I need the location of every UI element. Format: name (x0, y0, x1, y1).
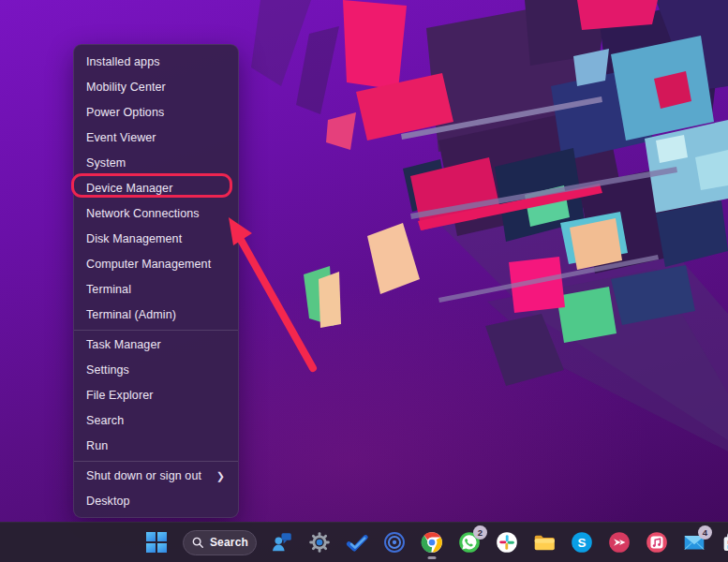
chevron-right-icon: ❯ (216, 470, 225, 482)
menu-item-system[interactable]: System (74, 151, 238, 176)
menu-item-label: System (86, 157, 126, 170)
menu-item-device-manager[interactable]: Device Manager (74, 176, 238, 201)
menu-item-label: Terminal (86, 284, 131, 296)
chrome-icon (420, 530, 444, 555)
taskbar-app-whatsapp[interactable]: 2 (456, 525, 482, 560)
running-indicator (427, 556, 436, 559)
search-label: Search (210, 536, 248, 549)
taskbar-app-feather[interactable] (606, 525, 631, 560)
menu-item-file-explorer[interactable]: File Explorer (74, 383, 238, 408)
menu-item-shut-down-or-sign-out[interactable]: Shut down or sign out ❯ (74, 464, 238, 489)
taskbar-app-mail[interactable]: 4 (681, 525, 706, 560)
menu-item-label: Settings (86, 364, 129, 377)
menu-item-installed-apps[interactable]: Installed apps (74, 50, 238, 75)
menu-item-task-manager[interactable]: Task Manager (74, 333, 238, 358)
menu-item-label: Desktop (86, 495, 130, 508)
skype-icon: S (570, 530, 594, 555)
folder-icon (532, 530, 557, 555)
check-icon (345, 530, 369, 555)
start-button[interactable] (142, 525, 171, 560)
windows-logo-icon (146, 532, 167, 553)
menu-item-label: Installed apps (86, 56, 160, 68)
signal-rings-icon (382, 530, 407, 555)
music-note-icon (645, 530, 669, 555)
menu-item-terminal[interactable]: Terminal (74, 277, 238, 303)
menu-item-label: Power Options (86, 107, 164, 119)
menu-item-power-options[interactable]: Power Options (74, 100, 238, 126)
menu-item-label: Shut down or sign out (86, 470, 201, 482)
desktop: Installed apps Mobility Center Power Opt… (0, 0, 728, 562)
menu-item-settings[interactable]: Settings (74, 358, 238, 383)
feather-arrows-icon (607, 530, 631, 555)
menu-item-label: File Explorer (86, 390, 153, 402)
menu-item-mobility-center[interactable]: Mobility Center (74, 75, 238, 100)
menu-item-label: Event Viewer (86, 132, 156, 144)
taskbar-app-itunes[interactable] (644, 525, 669, 560)
taskbar-app-slack[interactable] (494, 525, 519, 560)
taskbar-app-microsoft-store[interactable] (719, 525, 728, 560)
svg-text:S: S (577, 536, 586, 550)
taskbar: Search (0, 522, 728, 562)
taskbar-app-file-explorer[interactable] (531, 525, 557, 560)
menu-item-label: Mobility Center (86, 81, 166, 94)
taskbar-app-rings[interactable] (381, 525, 407, 560)
notification-badge: 2 (473, 525, 487, 540)
menu-item-run[interactable]: Run (74, 434, 238, 459)
winx-menu: Installed apps Mobility Center Power Opt… (73, 44, 239, 518)
menu-item-label: Network Connections (86, 208, 200, 220)
menu-item-label: Run (86, 440, 108, 452)
menu-item-label: Disk Management (86, 233, 182, 245)
menu-item-label: Terminal (Admin) (86, 309, 176, 321)
taskbar-app-settings[interactable] (306, 525, 332, 560)
notification-badge: 4 (698, 525, 712, 540)
menu-separator (74, 461, 238, 462)
menu-item-terminal-admin[interactable]: Terminal (Admin) (74, 303, 238, 328)
taskbar-app-todo[interactable] (344, 525, 369, 560)
search-icon (191, 536, 204, 549)
menu-item-label: Device Manager (86, 183, 172, 195)
taskbar-app-people-chat[interactable] (269, 525, 294, 560)
taskbar-app-skype[interactable]: S (569, 525, 594, 560)
menu-item-label: Computer Management (86, 259, 211, 271)
menu-item-label: Search (86, 415, 124, 427)
menu-separator (74, 330, 238, 331)
menu-item-desktop[interactable]: Desktop (74, 489, 238, 514)
gear-icon (307, 530, 332, 555)
slack-icon (495, 530, 519, 555)
people-chat-icon (270, 530, 294, 555)
store-bag-icon (720, 530, 728, 555)
menu-item-computer-management[interactable]: Computer Management (74, 252, 238, 277)
menu-item-network-connections[interactable]: Network Connections (74, 201, 238, 227)
menu-item-event-viewer[interactable]: Event Viewer (74, 126, 238, 151)
menu-item-label: Task Manager (86, 339, 161, 351)
taskbar-search-box[interactable]: Search (183, 530, 257, 555)
menu-item-search[interactable]: Search (74, 408, 238, 434)
taskbar-app-chrome[interactable] (419, 525, 444, 560)
menu-item-disk-management[interactable]: Disk Management (74, 227, 238, 252)
